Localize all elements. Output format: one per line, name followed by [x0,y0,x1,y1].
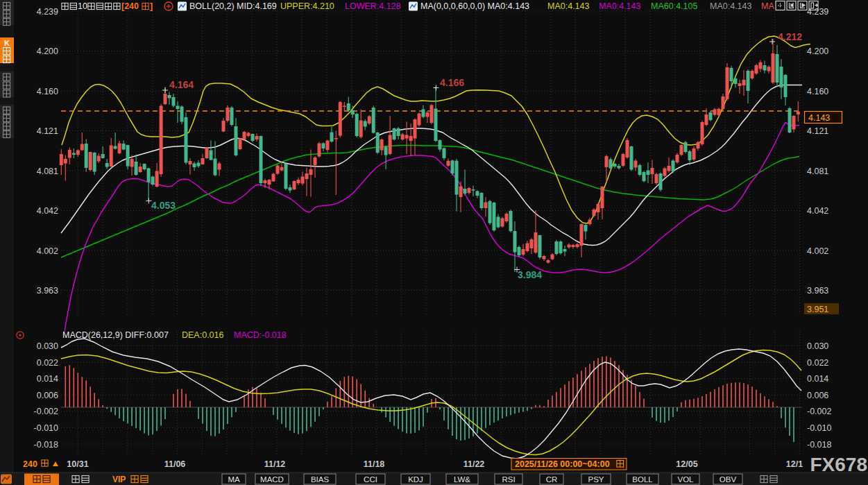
svg-text:-0.002: -0.002 [34,407,58,416]
svg-text:UPPER:4.210: UPPER:4.210 [280,1,334,11]
svg-text:-0.002: -0.002 [807,407,831,416]
svg-text:11/06: 11/06 [164,459,186,469]
svg-text:KDJ: KDJ [408,475,423,484]
svg-text:4.042: 4.042 [37,206,58,216]
svg-text:0.030: 0.030 [37,341,58,351]
svg-text:0.014: 0.014 [807,374,828,384]
svg-text:12/1: 12/1 [786,459,803,469]
svg-text:VIP: VIP [112,475,126,484]
svg-text:MA0:4.143: MA0:4.143 [599,1,641,11]
svg-text:-0.018: -0.018 [807,440,831,450]
svg-text:4.053: 4.053 [151,200,176,211]
svg-text:MA0:4.143: MA0:4.143 [710,1,752,11]
svg-text:3.984: 3.984 [518,269,542,280]
svg-text:-0.010: -0.010 [34,423,58,433]
svg-text:4.081: 4.081 [807,167,828,176]
svg-text:4.121: 4.121 [807,126,828,136]
svg-text:4.200: 4.200 [807,46,828,56]
svg-text:2025/11/26 00:00~04:00: 2025/11/26 00:00~04:00 [515,459,610,469]
svg-text:MA0:4.143: MA0:4.143 [547,1,590,11]
svg-text:4.166: 4.166 [440,77,464,88]
svg-text:0.006: 0.006 [807,391,828,400]
svg-text:CR: CR [546,475,558,484]
svg-text:4.200: 4.200 [37,46,58,56]
svg-text:MA: MA [228,475,240,484]
svg-text:VOL: VOL [677,475,694,484]
svg-text:MACD(26,12,9) DIFF:0.007: MACD(26,12,9) DIFF:0.007 [62,330,169,340]
svg-text:3.963: 3.963 [37,286,58,296]
svg-text:0.022: 0.022 [37,358,58,368]
svg-text:4.042: 4.042 [807,206,828,216]
svg-text:11/12: 11/12 [264,459,286,469]
svg-text:-0.018: -0.018 [34,440,58,450]
svg-text:0.006: 0.006 [37,391,58,400]
svg-text:0.022: 0.022 [807,358,828,368]
svg-text:10/31: 10/31 [67,459,88,469]
svg-text:240: 240 [23,459,37,469]
svg-text:CCI: CCI [364,475,377,484]
svg-text:DEA:0.016: DEA:0.016 [182,330,224,340]
svg-text:BOLL: BOLL [632,475,653,484]
svg-text:]: ] [150,1,153,11]
svg-text:4.081: 4.081 [37,167,58,176]
svg-text:10: 10 [78,1,87,11]
svg-text:LW&: LW& [454,475,470,484]
svg-text:[240: [240 [121,1,139,11]
svg-text:MA60:4.105: MA60:4.105 [651,1,697,11]
svg-text:4.160: 4.160 [807,87,828,96]
svg-text:MACD: MACD [260,475,284,484]
svg-text:0.014: 0.014 [37,374,58,384]
svg-text:4.164: 4.164 [169,79,194,90]
svg-text:BOLL(20,2) MID:4.169: BOLL(20,2) MID:4.169 [189,1,277,11]
svg-text:4.212: 4.212 [778,31,802,42]
svg-text:4.002: 4.002 [37,246,58,256]
svg-text:MA(0,0,0,60,0,0) MA0:4.143: MA(0,0,0,60,0,0) MA0:4.143 [420,1,529,11]
svg-text:4.143: 4.143 [808,113,830,123]
svg-text:BIAS: BIAS [311,475,330,484]
svg-text:PSY: PSY [588,475,604,484]
svg-text:OBV: OBV [720,475,737,484]
svg-text:MACD:-0.018: MACD:-0.018 [234,330,287,340]
svg-text:4.121: 4.121 [37,126,58,136]
svg-text:11/18: 11/18 [364,459,385,469]
svg-text:-0.010: -0.010 [807,423,831,433]
svg-text:12/05: 12/05 [676,459,697,469]
svg-text:4.160: 4.160 [37,87,58,96]
svg-text:RSI: RSI [502,475,515,484]
svg-text:LOWER:4.128: LOWER:4.128 [345,1,401,11]
svg-text:FX678: FX678 [810,454,868,475]
svg-text:11/22: 11/22 [463,459,485,469]
svg-text:4.002: 4.002 [807,246,828,256]
svg-text:3.963: 3.963 [807,286,828,296]
svg-text:K: K [4,39,10,47]
svg-text:3.951: 3.951 [807,305,828,314]
svg-text:4.239: 4.239 [37,7,58,17]
svg-text:MA: MA [761,1,774,11]
svg-text:0.030: 0.030 [807,341,828,351]
